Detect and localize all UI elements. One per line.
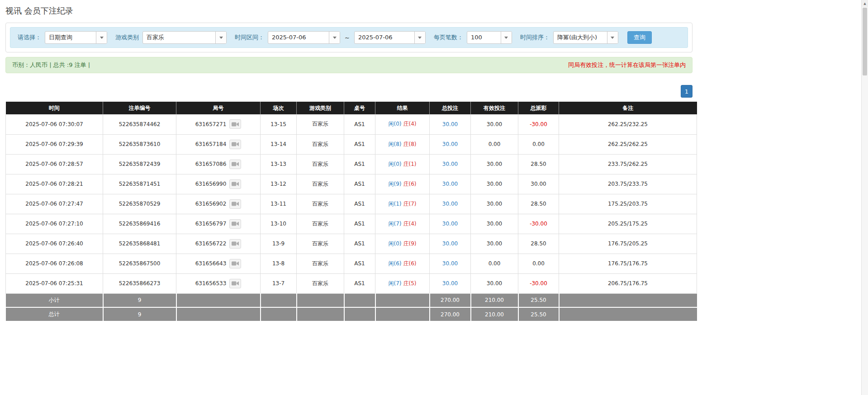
cell-round: 631657184 bbox=[176, 134, 261, 154]
chevron-down-icon[interactable] bbox=[607, 32, 618, 43]
cell-valid-bet: 0.00 bbox=[471, 254, 518, 273]
cell-session: 13-9 bbox=[261, 234, 297, 254]
round-number: 631657086 bbox=[195, 161, 227, 167]
grand-total-label: 总计 bbox=[6, 307, 103, 321]
chevron-down-icon[interactable] bbox=[329, 32, 340, 43]
video-replay-icon[interactable] bbox=[229, 219, 241, 229]
table-row: 2025-07-06 07:28:57 522635872439 6316570… bbox=[6, 154, 697, 174]
footer-empty-cell bbox=[344, 293, 375, 307]
result-player: 闲(9) bbox=[389, 181, 402, 187]
cell-total-bet: 30.00 bbox=[430, 254, 471, 273]
cell-remark: 262.25/232.25 bbox=[559, 114, 697, 134]
cell-payout: -30.00 bbox=[518, 273, 559, 293]
cell-remark: 176.75/205.25 bbox=[559, 234, 697, 254]
result-banker: 庄(4) bbox=[403, 221, 417, 227]
subtotal-total-bet: 270.00 bbox=[430, 293, 471, 307]
footer-empty-cell bbox=[176, 293, 261, 307]
col-session: 场次 bbox=[261, 102, 297, 114]
cell-round: 631656797 bbox=[176, 214, 261, 234]
result-player: 闲(7) bbox=[389, 280, 402, 287]
bet-records-table: 时间 注单编号 局号 场次 游戏类别 桌号 结果 总投注 有效投注 总派彩 备注… bbox=[5, 102, 697, 322]
cell-bet-id: 522635872439 bbox=[103, 154, 176, 174]
subtotal-label: 小计 bbox=[6, 293, 103, 307]
cell-payout: -30.00 bbox=[518, 114, 559, 134]
subtotal-count: 9 bbox=[103, 293, 176, 307]
total-bet-link[interactable]: 30.00 bbox=[442, 161, 458, 167]
video-replay-icon[interactable] bbox=[229, 160, 241, 169]
table-row: 2025-07-06 07:29:39 522635873610 6316571… bbox=[6, 134, 697, 154]
video-replay-icon[interactable] bbox=[229, 119, 241, 129]
total-bet-link[interactable]: 30.00 bbox=[442, 280, 458, 287]
total-bet-link[interactable]: 30.00 bbox=[442, 260, 458, 267]
info-bar: 币别：人民币 | 总共 :9 注单 | 同局有效投注，统一计算在该局第一张注单内 bbox=[5, 57, 693, 73]
cell-session: 13-10 bbox=[261, 214, 297, 234]
video-replay-icon[interactable] bbox=[229, 179, 241, 189]
grand-total-valid-bet: 210.00 bbox=[471, 307, 518, 321]
date-to-value: 2025-07-06 bbox=[355, 32, 414, 43]
cell-total-bet: 30.00 bbox=[430, 114, 471, 134]
window-scrollbar[interactable]: ▲ bbox=[861, 0, 868, 395]
total-bet-link[interactable]: 30.00 bbox=[442, 201, 458, 207]
cell-game-type: 百家乐 bbox=[297, 273, 344, 293]
scrollbar-thumb[interactable] bbox=[863, 8, 867, 75]
round-number: 631657184 bbox=[195, 141, 227, 147]
chevron-down-icon[interactable] bbox=[215, 32, 226, 43]
result-player: 闲(7) bbox=[389, 221, 402, 227]
game-type-select[interactable]: 百家乐 bbox=[142, 31, 227, 44]
video-replay-icon[interactable] bbox=[229, 140, 241, 149]
total-bet-link[interactable]: 30.00 bbox=[442, 240, 458, 247]
col-payout: 总派彩 bbox=[518, 102, 559, 114]
chevron-down-icon[interactable] bbox=[96, 32, 107, 43]
footer-empty-cell bbox=[261, 307, 297, 321]
cell-valid-bet: 30.00 bbox=[471, 194, 518, 214]
cell-payout: -30.00 bbox=[518, 214, 559, 234]
cell-table-no: AS1 bbox=[344, 174, 375, 194]
total-bet-link[interactable]: 30.00 bbox=[442, 141, 458, 147]
total-bet-link[interactable]: 30.00 bbox=[442, 221, 458, 227]
total-bet-link[interactable]: 30.00 bbox=[442, 121, 458, 127]
video-replay-icon[interactable] bbox=[229, 259, 241, 268]
cell-remark: 206.75/176.75 bbox=[559, 273, 697, 293]
col-remark: 备注 bbox=[559, 102, 697, 114]
table-row: 2025-07-06 07:27:47 522635870529 6316569… bbox=[6, 194, 697, 214]
chevron-down-icon[interactable] bbox=[414, 32, 425, 43]
cell-game-type: 百家乐 bbox=[297, 254, 344, 273]
table-row: 2025-07-06 07:26:40 522635868481 6316567… bbox=[6, 234, 697, 254]
date-to-select[interactable]: 2025-07-06 bbox=[354, 31, 426, 44]
grand-total-count: 9 bbox=[103, 307, 176, 321]
cell-bet-id: 522635874462 bbox=[103, 114, 176, 134]
cell-session: 13-8 bbox=[261, 254, 297, 273]
cell-valid-bet: 0.00 bbox=[471, 134, 518, 154]
total-bet-link[interactable]: 30.00 bbox=[442, 181, 458, 187]
col-total-bet: 总投注 bbox=[430, 102, 471, 114]
date-from-select[interactable]: 2025-07-06 bbox=[268, 31, 340, 44]
cell-session: 13-14 bbox=[261, 134, 297, 154]
round-number: 631656990 bbox=[195, 181, 227, 187]
video-replay-icon[interactable] bbox=[229, 279, 241, 288]
round-number: 631656643 bbox=[195, 260, 227, 267]
subtotal-row: 小计 9 270.00 210.00 25.50 bbox=[6, 293, 697, 307]
video-replay-icon[interactable] bbox=[229, 239, 241, 249]
cell-game-type: 百家乐 bbox=[297, 114, 344, 134]
round-number: 631657271 bbox=[195, 121, 227, 127]
result-player: 闲(6) bbox=[389, 260, 402, 267]
search-button[interactable]: 查询 bbox=[627, 31, 652, 44]
result-banker: 庄(6) bbox=[403, 181, 417, 187]
cell-total-bet: 30.00 bbox=[430, 234, 471, 254]
query-type-select[interactable]: 日期查询 bbox=[45, 31, 107, 44]
cell-total-bet: 30.00 bbox=[430, 174, 471, 194]
sort-select[interactable]: 降冪(由大到小) bbox=[553, 31, 618, 44]
per-page-select[interactable]: 100 bbox=[467, 31, 512, 44]
chevron-down-icon[interactable] bbox=[501, 32, 512, 43]
cell-round: 631656902 bbox=[176, 194, 261, 214]
cell-total-bet: 30.00 bbox=[430, 154, 471, 174]
cell-remark: 205.25/175.25 bbox=[559, 214, 697, 234]
footer-empty-cell bbox=[559, 293, 697, 307]
page-1-button[interactable]: 1 bbox=[681, 85, 693, 98]
video-replay-icon[interactable] bbox=[229, 199, 241, 209]
sort-label: 时间排序： bbox=[520, 33, 550, 42]
filter-bar: 请选择： 日期查询 游戏类别 百家乐 时间区间： 2025-07-06 ~ 20… bbox=[10, 27, 688, 48]
cell-result: 闲(1)庄(7) bbox=[375, 194, 430, 214]
col-game-type: 游戏类别 bbox=[297, 102, 344, 114]
scrollbar-up-arrow-icon[interactable]: ▲ bbox=[862, 0, 868, 7]
